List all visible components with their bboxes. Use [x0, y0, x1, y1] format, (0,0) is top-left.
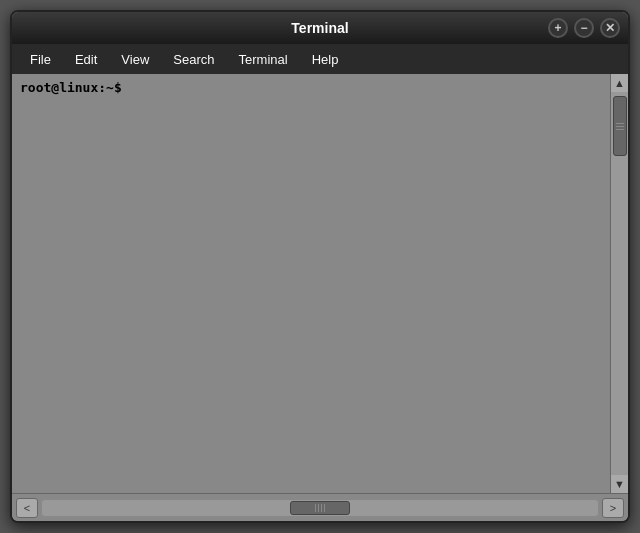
- minimize-button[interactable]: −: [574, 18, 594, 38]
- menu-view[interactable]: View: [111, 48, 159, 71]
- left-arrow-icon: <: [24, 502, 30, 514]
- add-button[interactable]: +: [548, 18, 568, 38]
- hgrip-line-4: [324, 504, 325, 512]
- vscroll-thumb-grip: [616, 123, 624, 130]
- menu-help[interactable]: Help: [302, 48, 349, 71]
- scroll-up-arrow[interactable]: ▲: [611, 74, 629, 92]
- scroll-right-arrow[interactable]: >: [602, 498, 624, 518]
- hgrip-line-2: [318, 504, 319, 512]
- up-arrow-icon: ▲: [614, 77, 625, 89]
- terminal-body[interactable]: root@linux:~$: [12, 74, 610, 493]
- menu-search[interactable]: Search: [163, 48, 224, 71]
- titlebar: Terminal + − ✕: [12, 12, 628, 44]
- vscroll-thumb[interactable]: [613, 96, 627, 156]
- window-title: Terminal: [291, 20, 348, 36]
- menu-edit[interactable]: Edit: [65, 48, 107, 71]
- menu-file[interactable]: File: [20, 48, 61, 71]
- terminal-prompt: root@linux:~$: [20, 80, 122, 95]
- close-button[interactable]: ✕: [600, 18, 620, 38]
- grip-line-3: [616, 129, 624, 130]
- menubar: File Edit View Search Terminal Help: [12, 44, 628, 74]
- right-arrow-icon: >: [610, 502, 616, 514]
- scroll-left-arrow[interactable]: <: [16, 498, 38, 518]
- grip-line-1: [616, 123, 624, 124]
- menu-terminal[interactable]: Terminal: [229, 48, 298, 71]
- horizontal-scrollbar: < >: [12, 493, 628, 521]
- grip-line-2: [616, 126, 624, 127]
- scroll-down-arrow[interactable]: ▼: [611, 475, 629, 493]
- hscroll-thumb[interactable]: [290, 501, 350, 515]
- vertical-scrollbar: ▲ ▼: [610, 74, 628, 493]
- hscroll-track[interactable]: [42, 500, 598, 516]
- vscroll-track[interactable]: [611, 92, 628, 475]
- titlebar-controls: + − ✕: [548, 18, 620, 38]
- terminal-window: Terminal + − ✕ File Edit View Search Ter…: [10, 10, 630, 523]
- hscroll-thumb-grip: [315, 504, 325, 512]
- hgrip-line-1: [315, 504, 316, 512]
- down-arrow-icon: ▼: [614, 478, 625, 490]
- content-area: root@linux:~$ ▲ ▼: [12, 74, 628, 493]
- hgrip-line-3: [321, 504, 322, 512]
